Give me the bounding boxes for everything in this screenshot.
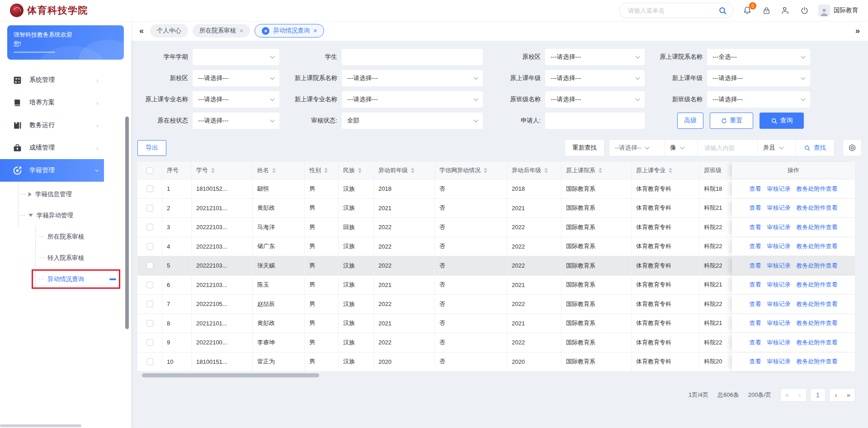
col-dept[interactable]: 原上课院系	[561, 162, 632, 179]
sidebar-item-system-mgmt[interactable]: 系统管理 ›	[0, 69, 104, 91]
find-column-select[interactable]: --请选择--	[609, 140, 665, 156]
tree-item-transfer-audit[interactable]: 转入院系审核	[0, 247, 131, 268]
new-dept-select[interactable]: ---请选择---	[342, 70, 483, 86]
tab-personal-center[interactable]: 个人中心	[150, 24, 188, 38]
gear-icon[interactable]	[843, 139, 862, 156]
audit-record-link[interactable]: 审核记录	[767, 300, 791, 308]
col-sex[interactable]: 性别	[305, 162, 339, 179]
audit-record-link[interactable]: 审核记录	[767, 223, 791, 231]
sort-icon[interactable]	[324, 168, 328, 173]
search-icon[interactable]	[717, 5, 727, 15]
view-link[interactable]: 查看	[750, 319, 761, 327]
tree-item-status-change-mgmt[interactable]: 学籍异动管理	[0, 205, 131, 226]
power-icon[interactable]	[799, 5, 809, 15]
old-dept-select[interactable]: ---全选---	[707, 49, 810, 65]
audit-record-link[interactable]: 审核记录	[767, 319, 791, 327]
sidebar-item-grade-mgmt[interactable]: 成绩管理 ›	[0, 136, 104, 159]
tree-item-student-info-mgmt[interactable]: 学籍信息管理	[0, 183, 131, 205]
find-operator-select[interactable]: 像	[665, 140, 698, 156]
user-account[interactable]: 国际教育	[818, 5, 858, 16]
col-grade-before[interactable]: 异动前年级	[374, 162, 435, 179]
find-button[interactable]: 查找	[796, 140, 834, 156]
sidebar-item-training-plan[interactable]: 培养方案 ›	[0, 91, 104, 114]
advanced-button[interactable]: 高级	[677, 113, 703, 129]
sort-icon[interactable]	[211, 168, 215, 173]
current-page[interactable]: 1	[811, 389, 825, 401]
view-link[interactable]: 查看	[750, 357, 761, 366]
old-campus-select[interactable]: ---请选择---	[545, 49, 645, 65]
attachment-view-link[interactable]: 教务处附件查看	[797, 319, 838, 327]
last-page-button[interactable]: »	[842, 389, 855, 401]
sort-icon[interactable]	[484, 168, 487, 173]
sort-icon[interactable]	[599, 168, 602, 173]
row-checkbox[interactable]	[146, 262, 153, 269]
attachment-view-link[interactable]: 教务处附件查看	[797, 300, 838, 308]
view-link[interactable]: 查看	[750, 262, 761, 270]
sort-icon[interactable]	[272, 168, 276, 173]
view-link[interactable]: 查看	[750, 300, 761, 308]
reset-button[interactable]: 重置	[710, 113, 753, 129]
col-xuexin-status[interactable]: 学信网异动情况	[435, 162, 507, 179]
row-checkbox[interactable]	[146, 339, 153, 346]
row-checkbox[interactable]	[146, 243, 153, 250]
view-link[interactable]: 查看	[750, 339, 761, 347]
applicant-input[interactable]	[545, 113, 645, 129]
tabs-collapse-icon[interactable]: «	[137, 26, 146, 36]
row-checkbox[interactable]	[146, 282, 153, 288]
attachment-view-link[interactable]: 教务处附件查看	[797, 185, 838, 193]
col-grade-after[interactable]: 异动后年级	[507, 162, 561, 179]
next-page-button[interactable]: ›	[830, 389, 842, 401]
old-grade-select[interactable]: ---请选择---	[545, 70, 645, 86]
sidebar-vertical-scrollbar[interactable]	[125, 117, 129, 329]
audit-record-link[interactable]: 审核记录	[767, 281, 791, 289]
audit-record-link[interactable]: 审核记录	[767, 262, 791, 270]
row-checkbox[interactable]	[146, 358, 153, 365]
audit-record-link[interactable]: 审核记录	[767, 185, 791, 193]
new-campus-select[interactable]: ---请选择---	[193, 70, 279, 86]
audit-record-link[interactable]: 审核记录	[767, 357, 791, 366]
tabs-expand-icon[interactable]: »	[854, 26, 862, 36]
tree-expanded-icon[interactable]	[28, 214, 33, 217]
old-class-select[interactable]: ---请选择---	[545, 91, 645, 108]
scrollbar-thumb[interactable]	[142, 373, 319, 377]
attachment-view-link[interactable]: 教务处附件查看	[797, 204, 838, 212]
attachment-view-link[interactable]: 教务处附件查看	[797, 357, 838, 366]
col-name[interactable]: 姓名	[253, 162, 305, 179]
row-checkbox[interactable]	[146, 185, 153, 192]
select-all-checkbox[interactable]	[146, 167, 153, 174]
tree-item-change-query[interactable]: 异动情况查询	[0, 268, 131, 290]
sidebar-item-academic-ops[interactable]: 教务运行 ›	[0, 114, 104, 136]
tab-dept-audit[interactable]: 所在院系审核 ×	[193, 24, 250, 38]
attachment-view-link[interactable]: 教务处附件查看	[797, 242, 838, 250]
sidebar-item-enrollment-mgmt[interactable]: 学籍管理 ›	[0, 159, 104, 182]
col-ethnicity[interactable]: 民族	[339, 162, 374, 179]
sort-icon[interactable]	[358, 168, 362, 173]
attachment-view-link[interactable]: 教务处附件查看	[797, 339, 838, 347]
status-select[interactable]: ---请选择---	[193, 113, 279, 129]
row-checkbox[interactable]	[146, 301, 153, 307]
query-button[interactable]: 查询	[760, 113, 804, 129]
first-page-button[interactable]: «	[781, 389, 793, 401]
tree-collapsed-icon[interactable]	[28, 192, 32, 197]
audit-record-link[interactable]: 审核记录	[767, 242, 791, 250]
view-link[interactable]: 查看	[750, 185, 761, 193]
bell-icon[interactable]: 0	[742, 5, 752, 15]
view-link[interactable]: 查看	[750, 223, 761, 231]
close-icon[interactable]: ×	[313, 27, 317, 34]
view-link[interactable]: 查看	[750, 281, 761, 289]
audit-record-link[interactable]: 审核记录	[767, 204, 791, 212]
term-select[interactable]	[193, 49, 279, 65]
col-major[interactable]: 原上课专业	[632, 162, 699, 179]
sidebar-horizontal-scrollbar[interactable]	[0, 424, 81, 427]
find-input[interactable]	[703, 144, 752, 152]
row-checkbox[interactable]	[146, 224, 153, 230]
new-class-select[interactable]: ---请选择---	[707, 91, 810, 108]
user-settings-icon[interactable]	[780, 5, 790, 15]
tab-change-query-active[interactable]: ★ 异动情况查询 ×	[255, 24, 324, 38]
sort-icon[interactable]	[669, 168, 672, 173]
row-checkbox[interactable]	[146, 320, 153, 327]
refind-button[interactable]: 重新查找	[565, 139, 604, 156]
attachment-view-link[interactable]: 教务处附件查看	[797, 281, 838, 289]
view-link[interactable]: 查看	[750, 242, 761, 250]
audit-status-select[interactable]: 全部	[342, 113, 483, 129]
